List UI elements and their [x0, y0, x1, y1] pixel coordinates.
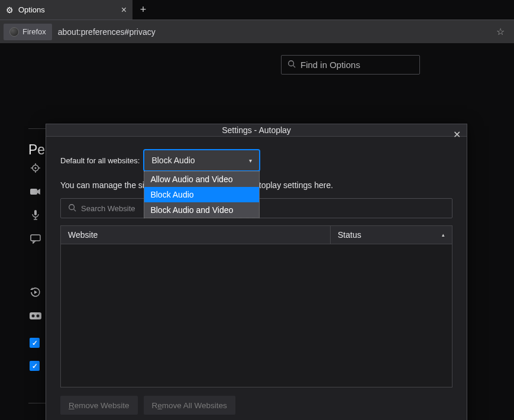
permission-icon-list: [30, 163, 41, 321]
chevron-down-icon: ▾: [249, 157, 252, 164]
search-website-placeholder: Search Website: [81, 204, 135, 213]
remove-button-row: Remove Website Remove All Websites: [60, 396, 452, 415]
firefox-icon: [9, 27, 19, 37]
svg-rect-9: [34, 210, 37, 215]
url-input[interactable]: about:preferences#privacy: [56, 27, 487, 37]
new-tab-button[interactable]: +: [132, 0, 154, 20]
checkbox-2[interactable]: ✓: [30, 361, 40, 371]
dialog-title-text: Settings - Autoplay: [222, 125, 291, 135]
col-status-header[interactable]: Status ▴: [331, 226, 452, 244]
find-placeholder: Find in Options: [300, 60, 360, 70]
desc-pre: You can manage the site: [60, 180, 151, 190]
svg-rect-8: [30, 189, 37, 195]
camera-icon: [30, 186, 41, 197]
svg-point-0: [289, 61, 294, 66]
find-in-options-input[interactable]: Find in Options: [281, 55, 420, 75]
default-select[interactable]: Block Audio ▾: [144, 150, 259, 170]
default-row: Default for all websites: Block Audio ▾ …: [60, 151, 452, 170]
svg-point-15: [37, 315, 40, 318]
svg-line-17: [74, 209, 76, 211]
website-table-header: Website Status ▴: [60, 225, 452, 244]
search-icon: [68, 203, 76, 214]
autoplay-settings-dialog: Settings - Autoplay ✕ Default for all we…: [46, 124, 467, 420]
col-website-header[interactable]: Website: [61, 226, 331, 244]
page-content: Find in Options Pe ✓ ✓ Settings - Autopl…: [0, 43, 514, 420]
browser-tab[interactable]: ⚙ Options ×: [0, 0, 132, 20]
identity-box[interactable]: Firefox: [4, 24, 52, 40]
svg-rect-12: [31, 235, 40, 241]
bookmark-star-icon[interactable]: ☆: [490, 26, 510, 37]
col-status-label: Status: [338, 230, 361, 240]
desc-post: utoplay settings here.: [254, 180, 333, 190]
remove-website-button[interactable]: Remove Website: [60, 396, 138, 415]
option-block-both[interactable]: Block Audio and Video: [144, 202, 259, 218]
default-select-value: Block Audio: [151, 156, 195, 165]
divider: [28, 128, 46, 129]
section-heading-fragment: Pe: [28, 142, 45, 158]
gear-icon: ⚙: [6, 5, 14, 15]
svg-rect-13: [30, 312, 41, 319]
checkbox-stack: ✓ ✓: [30, 338, 40, 371]
remove-all-tail: move All Websites: [162, 401, 227, 410]
dialog-titlebar: Settings - Autoplay ✕: [46, 124, 467, 137]
checkbox-1[interactable]: ✓: [30, 338, 40, 348]
default-select-dropdown: Allow Audio and Video Block Audio Block …: [144, 171, 260, 218]
search-icon: [287, 60, 296, 70]
svg-point-3: [35, 167, 37, 169]
autoplay-icon: [30, 287, 41, 298]
sort-asc-icon: ▴: [442, 232, 445, 238]
notifications-icon: [30, 234, 41, 244]
location-icon: [31, 163, 40, 173]
option-allow[interactable]: Allow Audio and Video: [144, 172, 259, 187]
svg-point-14: [32, 315, 35, 318]
option-block-audio[interactable]: Block Audio: [144, 187, 259, 202]
tab-title: Options: [18, 5, 45, 14]
close-tab-icon[interactable]: ×: [121, 5, 127, 15]
default-select-wrap: Block Audio ▾ Allow Audio and Video Bloc…: [144, 150, 259, 170]
divider: [28, 403, 46, 403]
vr-icon: [30, 311, 41, 321]
remove-all-websites-button[interactable]: Remove All Websites: [144, 396, 235, 415]
microphone-icon: [31, 210, 40, 221]
tab-strip: ⚙ Options × +: [0, 0, 514, 20]
website-table-body: [60, 244, 452, 387]
svg-line-1: [293, 66, 296, 68]
remove-website-tail: emove Website: [75, 401, 130, 410]
default-label: Default for all websites:: [60, 156, 140, 165]
browser-name: Firefox: [22, 27, 46, 36]
url-bar-row: Firefox about:preferences#privacy ☆: [0, 20, 514, 43]
svg-point-16: [69, 204, 75, 209]
